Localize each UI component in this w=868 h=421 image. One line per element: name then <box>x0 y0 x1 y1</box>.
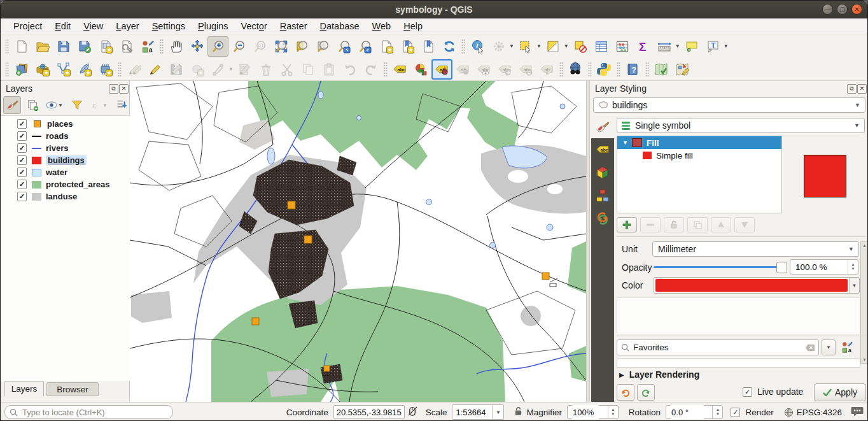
layer-checkbox[interactable]: ✓ <box>17 155 27 165</box>
move-down-button[interactable] <box>734 217 755 232</box>
toggle-editing-button[interactable] <box>144 59 165 80</box>
modify-attributes-button[interactable] <box>235 59 256 80</box>
copy-features-button[interactable] <box>298 59 319 80</box>
action-dropdown-arrow[interactable]: ▼ <box>509 43 514 49</box>
select-by-value-button[interactable] <box>543 36 564 57</box>
spinner-arrows[interactable]: ▲▼ <box>608 406 618 418</box>
toolbar-grip[interactable] <box>461 39 465 54</box>
annotation-dropdown-arrow[interactable]: ▼ <box>724 43 729 49</box>
zoom-full-button[interactable] <box>270 36 291 57</box>
toolbar-grip[interactable] <box>118 62 122 77</box>
tab-layers[interactable]: Layers <box>4 381 44 396</box>
zoom-to-layer-button[interactable] <box>312 36 333 57</box>
scale-dropdown-arrow[interactable]: ▼ <box>492 405 503 419</box>
minimize-button[interactable]: — <box>822 4 833 15</box>
refresh-button[interactable] <box>438 36 459 57</box>
statistical-summary-button[interactable]: Σ <box>633 36 654 57</box>
style-undo-button[interactable] <box>617 384 634 401</box>
menu-project[interactable]: Project <box>7 20 48 32</box>
expand-collapse-tree-button[interactable] <box>113 96 130 114</box>
layer-labeling-button[interactable]: abc <box>389 59 410 80</box>
plugin-quickmap-button[interactable] <box>651 59 672 80</box>
advanced-digitizing-dropdown-arrow[interactable]: ▼ <box>228 66 234 72</box>
move-up-button[interactable] <box>711 217 731 232</box>
styling-panel-float-button[interactable]: ⧉ <box>847 84 857 94</box>
menu-raster[interactable]: Raster <box>274 20 314 32</box>
select-dropdown-arrow[interactable]: ▼ <box>536 43 542 49</box>
layer-diagram-button[interactable] <box>410 59 431 80</box>
coordinate-input[interactable] <box>333 405 405 419</box>
slider-handle[interactable] <box>776 262 787 273</box>
locator-box[interactable] <box>4 405 173 419</box>
layer-row-protected-areas[interactable]: ✓ protected_areas <box>1 178 130 190</box>
toolbar-grip[interactable] <box>5 39 9 54</box>
spinner-arrows[interactable]: ▲▼ <box>712 406 722 418</box>
toolbar-grip[interactable] <box>5 62 9 77</box>
new-geopackage-layer-button[interactable] <box>32 59 53 80</box>
duplicate-symbol-layer-button[interactable] <box>687 217 708 232</box>
digitize-with-shape-button[interactable] <box>186 59 207 80</box>
add-group-button[interactable] <box>24 96 41 114</box>
symbol-search-box[interactable]: Favorites <box>617 339 819 355</box>
layer-checkbox[interactable]: ✓ <box>17 168 27 177</box>
identify-features-button[interactable]: i <box>467 36 488 57</box>
highlight-pinned-labels-button[interactable]: ab <box>452 59 473 80</box>
opacity-spinbox[interactable]: 100.0 % ▲▼ <box>790 259 858 275</box>
pan-to-selection-button[interactable] <box>186 36 207 57</box>
new-shapefile-layer-button[interactable] <box>53 59 74 80</box>
clear-icon[interactable] <box>806 344 815 352</box>
cut-features-button[interactable] <box>277 59 298 80</box>
text-annotation-button[interactable]: T <box>703 36 724 57</box>
style-manager-button[interactable]: a <box>137 36 158 57</box>
scale-input[interactable] <box>452 405 492 419</box>
messages-button[interactable] <box>851 406 864 418</box>
style-redo-button[interactable] <box>637 384 655 401</box>
layers-panel-close-button[interactable]: ✕ <box>119 84 129 94</box>
layer-rendering-section[interactable]: ▶ Layer Rendering <box>619 369 699 380</box>
tab-symbology[interactable] <box>591 115 614 138</box>
styling-scrollbar[interactable]: ▲▼ <box>860 241 868 364</box>
renderer-selector[interactable]: Single symbol ▼ <box>617 118 865 133</box>
zoom-next-button[interactable] <box>354 36 375 57</box>
layer-row-landuse[interactable]: ✓ landuse <box>1 190 130 203</box>
save-project-as-button[interactable] <box>74 36 95 57</box>
layer-row-places[interactable]: ✓ places <box>1 118 130 130</box>
show-hide-labels-button[interactable]: abc <box>473 59 494 80</box>
manage-map-themes-button[interactable]: ▼ <box>44 96 66 114</box>
redo-button[interactable] <box>361 59 382 80</box>
layer-row-rivers[interactable]: ✓ rivers <box>1 142 130 154</box>
live-update-control[interactable]: ✓ Live update <box>743 387 803 397</box>
toolbar-grip[interactable] <box>384 62 388 77</box>
remove-symbol-layer-button[interactable] <box>640 217 661 232</box>
styling-layer-selector[interactable]: buildings ▼ <box>593 97 865 113</box>
toolbar-grip[interactable] <box>588 62 592 77</box>
color-button[interactable]: ▼ <box>654 277 860 294</box>
help-button[interactable]: ? <box>622 59 643 80</box>
menu-edit[interactable]: Edit <box>48 20 77 32</box>
measure-dropdown-arrow[interactable]: ▼ <box>675 43 680 49</box>
map-tips-button[interactable] <box>682 36 703 57</box>
toolbar-grip[interactable] <box>645 62 649 77</box>
style-manager-mini-button[interactable]: a <box>841 341 853 356</box>
zoom-out-button[interactable] <box>228 36 249 57</box>
zoom-native-button[interactable]: 1:1 <box>249 36 270 57</box>
layer-checkbox[interactable]: ✓ <box>17 180 27 189</box>
rotation-spinbox[interactable]: ▲▼ <box>666 405 723 419</box>
zoom-last-button[interactable] <box>333 36 354 57</box>
render-control[interactable]: ✓ Render <box>731 408 773 417</box>
menu-layer[interactable]: Layer <box>109 20 145 32</box>
magnifier-lock-icon[interactable] <box>514 406 522 418</box>
layout-manager-button[interactable] <box>116 36 137 57</box>
magnifier-input[interactable] <box>571 405 599 419</box>
current-edits-button[interactable] <box>123 59 144 80</box>
new-bookmark-button[interactable] <box>375 36 396 57</box>
expand-right-icon[interactable]: ▶ <box>619 371 624 378</box>
opacity-slider[interactable] <box>654 259 787 275</box>
magnifier-spinbox[interactable]: ▲▼ <box>567 405 619 419</box>
save-project-button[interactable] <box>53 36 74 57</box>
tab-3d-view[interactable] <box>591 161 614 184</box>
new-project-button[interactable] <box>11 36 32 57</box>
maximize-button[interactable]: ▢ <box>837 4 848 15</box>
zoom-in-button[interactable] <box>207 36 228 57</box>
menu-help[interactable]: Help <box>397 20 429 32</box>
